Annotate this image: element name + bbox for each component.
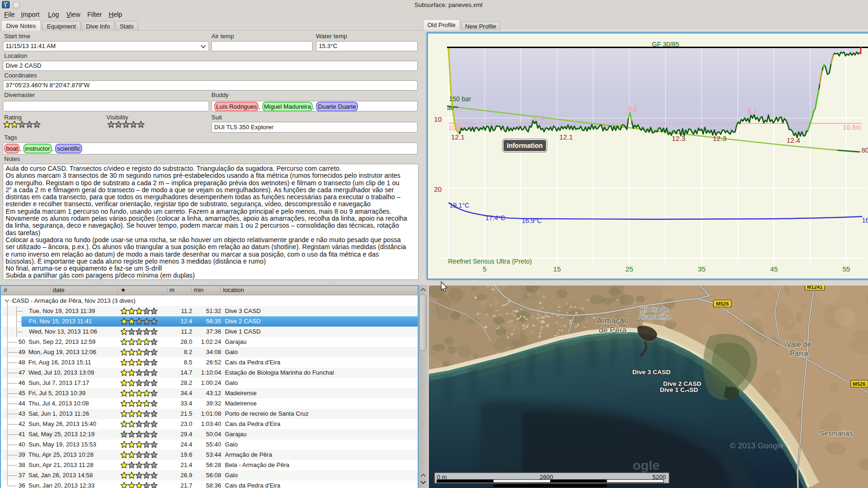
svg-text:5: 5 xyxy=(483,265,486,273)
svg-text:Dive 1 CASD: Dive 1 CASD xyxy=(660,386,698,393)
svg-text:10.8m: 10.8m xyxy=(843,124,861,131)
svg-text:10: 10 xyxy=(434,115,442,123)
svg-text:45: 45 xyxy=(770,265,778,273)
svg-text:16.: 16. xyxy=(862,216,868,224)
svg-text:Vale de: Vale de xyxy=(786,341,811,349)
svg-text:Dive 3 CASD: Dive 3 CASD xyxy=(632,369,671,376)
svg-text:20: 20 xyxy=(434,185,442,193)
svg-text:Alcantarilha: Alcantarilha xyxy=(638,313,671,320)
svg-text:de Pêra: de Pêra xyxy=(599,326,627,335)
svg-text:150 bar: 150 bar xyxy=(449,95,471,103)
svg-text:15: 15 xyxy=(553,265,561,273)
svg-text:9.7: 9.7 xyxy=(748,107,757,115)
svg-text:16.9°C: 16.9°C xyxy=(522,217,542,224)
svg-text:35: 35 xyxy=(698,265,706,273)
svg-text:M526: M526 xyxy=(853,381,866,387)
svg-text:12.1: 12.1 xyxy=(559,133,573,141)
svg-text:ogle: ogle xyxy=(633,458,660,473)
svg-text:55: 55 xyxy=(842,265,850,273)
svg-text:10600: 10600 xyxy=(538,482,555,488)
svg-text:19.1°C: 19.1°C xyxy=(449,202,469,209)
svg-text:12.1: 12.1 xyxy=(451,133,464,141)
svg-text:Sesmarias: Sesmarias xyxy=(820,429,853,437)
svg-text:12.3: 12.3 xyxy=(672,134,685,142)
svg-text:17.4°C: 17.4°C xyxy=(485,214,505,222)
svg-text:9.1: 9.1 xyxy=(628,105,637,112)
svg-text:Armação: Armação xyxy=(597,316,629,325)
svg-text:Reefnet Sensus Ultra (Preto): Reefnet Sensus Ultra (Preto) xyxy=(448,258,532,265)
svg-text:10.5: 10.5 xyxy=(531,113,544,121)
svg-text:Ribeira de: Ribeira de xyxy=(640,306,668,313)
svg-text:M1241: M1241 xyxy=(807,286,823,290)
svg-text:80: 80 xyxy=(861,146,868,154)
svg-text:air: air xyxy=(447,104,455,112)
svg-text:© 2013 Google: © 2013 Google xyxy=(730,441,784,450)
svg-text:12.4: 12.4 xyxy=(786,136,800,144)
svg-text:Parra: Parra xyxy=(790,349,808,357)
svg-text:25: 25 xyxy=(625,265,633,273)
svg-text:M526: M526 xyxy=(716,301,729,307)
svg-text:GF 30/85: GF 30/85 xyxy=(652,41,679,48)
svg-text:12.3: 12.3 xyxy=(713,134,726,142)
